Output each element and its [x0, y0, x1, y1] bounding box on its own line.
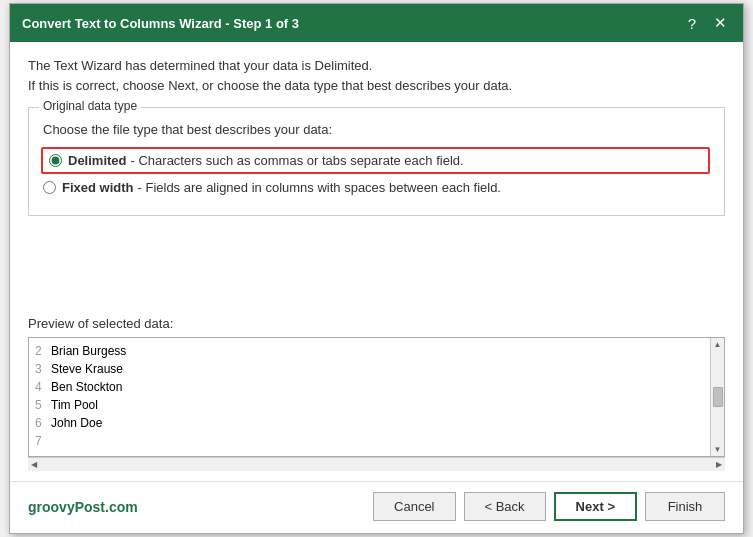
table-row: 5 Tim Pool	[35, 396, 704, 414]
close-button[interactable]: ✕	[709, 12, 731, 34]
spacer	[28, 232, 725, 312]
main-dialog: Convert Text to Columns Wizard - Step 1 …	[9, 3, 744, 534]
row-num: 2	[35, 344, 49, 358]
table-row: 7	[35, 432, 704, 450]
fixed-width-radio[interactable]	[43, 181, 56, 194]
preview-box: 2 Brian Burgess 3 Steve Krause 4 Ben Sto…	[28, 337, 725, 457]
group-label: Original data type	[39, 99, 141, 113]
intro-line1: The Text Wizard has determined that your…	[28, 58, 725, 73]
row-text: Brian Burgess	[51, 344, 126, 358]
scroll-h-track	[40, 460, 713, 470]
cancel-button[interactable]: Cancel	[373, 492, 455, 521]
fixed-width-desc: - Fields are aligned in columns with spa…	[138, 180, 501, 195]
next-button[interactable]: Next >	[554, 492, 637, 521]
row-num: 3	[35, 362, 49, 376]
row-text: Ben Stockton	[51, 380, 122, 394]
dialog-title: Convert Text to Columns Wizard - Step 1 …	[22, 16, 299, 31]
finish-button[interactable]: Finish	[645, 492, 725, 521]
footer-buttons: Cancel < Back Next > Finish	[373, 492, 725, 521]
delimited-radio-row: Delimited - Characters such as commas or…	[41, 147, 710, 174]
scroll-down-arrow[interactable]: ▼	[714, 445, 722, 454]
row-num: 7	[35, 434, 49, 448]
brand-label: groovyPost.com	[28, 499, 138, 515]
fixed-width-label[interactable]: Fixed width	[62, 180, 134, 195]
row-num: 6	[35, 416, 49, 430]
delimited-radio[interactable]	[49, 154, 62, 167]
scroll-up-arrow[interactable]: ▲	[714, 340, 722, 349]
vertical-scrollbar[interactable]: ▲ ▼	[710, 338, 724, 456]
row-text: Tim Pool	[51, 398, 98, 412]
preview-section: Preview of selected data: 2 Brian Burges…	[28, 316, 725, 471]
fixed-width-radio-row: Fixed width - Fields are aligned in colu…	[43, 180, 710, 195]
row-num: 5	[35, 398, 49, 412]
back-button[interactable]: < Back	[464, 492, 546, 521]
choose-text: Choose the file type that best describes…	[43, 122, 710, 137]
delimited-desc: - Characters such as commas or tabs sepa…	[131, 153, 464, 168]
dialog-footer: groovyPost.com Cancel < Back Next > Fini…	[10, 481, 743, 533]
horizontal-scrollbar[interactable]: ◀ ▶	[28, 457, 725, 471]
scroll-thumb[interactable]	[713, 387, 723, 407]
delimited-label[interactable]: Delimited	[68, 153, 127, 168]
help-button[interactable]: ?	[681, 12, 703, 34]
row-num: 4	[35, 380, 49, 394]
row-text: John Doe	[51, 416, 102, 430]
dialog-body: The Text Wizard has determined that your…	[10, 42, 743, 481]
preview-label: Preview of selected data:	[28, 316, 725, 331]
preview-content: 2 Brian Burgess 3 Steve Krause 4 Ben Sto…	[29, 338, 710, 456]
intro-line2: If this is correct, choose Next, or choo…	[28, 78, 725, 93]
original-data-type-group: Original data type Choose the file type …	[28, 107, 725, 216]
row-text: Steve Krause	[51, 362, 123, 376]
table-row: 6 John Doe	[35, 414, 704, 432]
table-row: 4 Ben Stockton	[35, 378, 704, 396]
scroll-right-arrow[interactable]: ▶	[713, 460, 725, 469]
table-row: 3 Steve Krause	[35, 360, 704, 378]
scroll-left-arrow[interactable]: ◀	[28, 460, 40, 469]
title-bar-controls: ? ✕	[681, 12, 731, 34]
title-bar: Convert Text to Columns Wizard - Step 1 …	[10, 4, 743, 42]
table-row: 2 Brian Burgess	[35, 342, 704, 360]
